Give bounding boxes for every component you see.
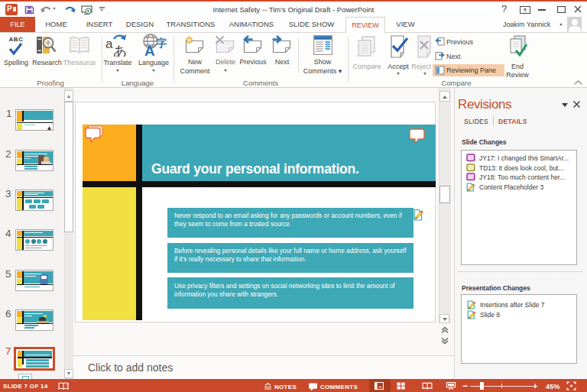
- svg-text:あ: あ: [113, 44, 127, 57]
- svg-text:a: a: [105, 37, 113, 51]
- svg-text:字: 字: [156, 37, 167, 49]
- svg-text:A: A: [144, 43, 155, 57]
